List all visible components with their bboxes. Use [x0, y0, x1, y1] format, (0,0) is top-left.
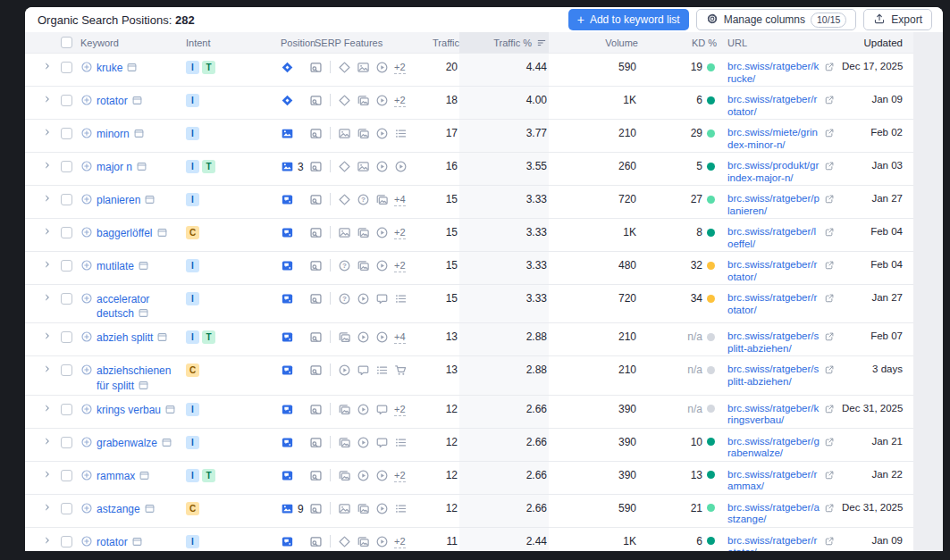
- serp-preview-icon[interactable]: [309, 94, 323, 110]
- add-keyword-icon[interactable]: [80, 364, 93, 379]
- keyword-link[interactable]: abziehschienen für splitt: [97, 364, 186, 394]
- external-link-icon[interactable]: [824, 95, 835, 119]
- serp-snapshot-icon[interactable]: [164, 404, 176, 419]
- url-link[interactable]: brc.swiss/ratgeber/rammax/: [727, 469, 820, 494]
- serp-preview-icon[interactable]: [309, 403, 323, 419]
- serp-preview-icon[interactable]: [309, 502, 323, 518]
- more-features-link[interactable]: +4: [394, 194, 406, 206]
- external-link-icon[interactable]: [824, 260, 835, 284]
- url-link[interactable]: brc.swiss/ratgeber/planieren/: [727, 193, 820, 218]
- keyword-link[interactable]: abzieh splitt: [97, 330, 168, 347]
- add-keyword-icon[interactable]: [80, 330, 93, 346]
- external-link-icon[interactable]: [824, 470, 835, 494]
- more-features-link[interactable]: +2: [394, 470, 406, 482]
- add-keyword-icon[interactable]: [80, 226, 93, 241]
- serp-preview-icon[interactable]: [309, 259, 323, 275]
- more-features-link[interactable]: +2: [394, 62, 406, 74]
- more-features-link[interactable]: +4: [394, 331, 406, 344]
- row-checkbox[interactable]: [61, 503, 72, 514]
- header-traffic-pct[interactable]: Traffic %: [459, 32, 549, 53]
- url-link[interactable]: brc.swiss/ratgeber/krucke/: [727, 61, 820, 86]
- add-keyword-icon[interactable]: [80, 160, 93, 175]
- external-link-icon[interactable]: [824, 128, 835, 152]
- row-checkbox[interactable]: [61, 404, 72, 415]
- more-features-link[interactable]: +2: [394, 536, 406, 548]
- external-link-icon[interactable]: [824, 437, 835, 461]
- scrollbar-gutter[interactable]: [913, 32, 943, 551]
- external-link-icon[interactable]: [824, 404, 835, 428]
- serp-snapshot-icon[interactable]: [136, 161, 147, 176]
- row-checkbox[interactable]: [61, 62, 72, 73]
- add-keyword-icon[interactable]: [80, 436, 93, 451]
- serp-preview-icon[interactable]: [309, 226, 323, 242]
- expand-row-button[interactable]: [34, 186, 61, 218]
- add-keyword-icon[interactable]: [80, 61, 93, 76]
- row-checkbox[interactable]: [61, 128, 72, 139]
- keyword-link[interactable]: grabenwalze: [97, 436, 172, 452]
- more-features-link[interactable]: +2: [394, 227, 406, 239]
- url-link[interactable]: brc.swiss/ratgeber/rotator/: [727, 259, 820, 284]
- expand-row-button[interactable]: [34, 120, 61, 152]
- url-link[interactable]: brc.swiss/ratgeber/grabenwalze/: [727, 436, 820, 461]
- keyword-link[interactable]: astzange: [97, 502, 156, 518]
- serp-preview-icon[interactable]: [309, 364, 323, 380]
- keyword-link[interactable]: rammax: [97, 469, 150, 485]
- url-link[interactable]: brc.swiss/ratgeber/splitt-abziehen/: [727, 330, 820, 355]
- expand-row-button[interactable]: [34, 323, 61, 355]
- add-keyword-icon[interactable]: [80, 502, 93, 517]
- url-link[interactable]: brc.swiss/ratgeber/loeffel/: [727, 226, 820, 251]
- keyword-link[interactable]: planieren: [97, 193, 156, 209]
- external-link-icon[interactable]: [824, 536, 835, 551]
- serp-preview-icon[interactable]: [309, 61, 323, 77]
- external-link-icon[interactable]: [824, 331, 835, 355]
- manage-columns-button[interactable]: Manage columns 10/15: [696, 9, 857, 30]
- export-button[interactable]: Export: [863, 9, 932, 30]
- row-checkbox[interactable]: [61, 364, 72, 376]
- serp-snapshot-icon[interactable]: [139, 470, 150, 485]
- expand-row-button[interactable]: [34, 429, 61, 461]
- row-checkbox[interactable]: [61, 227, 72, 238]
- external-link-icon[interactable]: [824, 293, 835, 322]
- external-link-icon[interactable]: [824, 194, 835, 218]
- more-features-link[interactable]: +2: [394, 260, 406, 272]
- row-checkbox[interactable]: [61, 437, 72, 448]
- add-to-keyword-list-button[interactable]: + Add to keyword list: [568, 9, 689, 30]
- external-link-icon[interactable]: [824, 227, 835, 251]
- serp-snapshot-icon[interactable]: [133, 128, 145, 143]
- expand-row-button[interactable]: [34, 87, 61, 119]
- row-checkbox[interactable]: [61, 536, 72, 547]
- expand-row-button[interactable]: [34, 462, 61, 494]
- url-link[interactable]: brc.swiss/ratgeber/rotator/: [727, 94, 820, 119]
- serp-preview-icon[interactable]: [309, 127, 323, 143]
- serp-snapshot-icon[interactable]: [131, 536, 143, 551]
- row-checkbox[interactable]: [61, 470, 72, 481]
- serp-snapshot-icon[interactable]: [144, 503, 156, 518]
- external-link-icon[interactable]: [824, 503, 835, 527]
- serp-snapshot-icon[interactable]: [156, 227, 168, 242]
- row-checkbox[interactable]: [61, 161, 72, 172]
- more-features-link[interactable]: +2: [394, 95, 406, 107]
- serp-snapshot-icon[interactable]: [161, 437, 172, 452]
- expand-row-button[interactable]: [34, 252, 61, 284]
- url-link[interactable]: brc.swiss/ratgeber/rotator/: [727, 292, 820, 322]
- serp-preview-icon[interactable]: [309, 535, 323, 551]
- add-keyword-icon[interactable]: [80, 292, 93, 307]
- keyword-link[interactable]: rotator: [97, 535, 143, 551]
- url-link[interactable]: brc.swiss/ratgeber/rotator/: [727, 535, 820, 551]
- keyword-link[interactable]: minorn: [97, 127, 145, 143]
- serp-snapshot-icon[interactable]: [138, 260, 149, 275]
- row-checkbox[interactable]: [61, 293, 72, 305]
- select-all-checkbox[interactable]: [61, 37, 72, 48]
- serp-preview-icon[interactable]: [309, 436, 323, 452]
- serp-snapshot-icon[interactable]: [156, 331, 168, 347]
- serp-snapshot-icon[interactable]: [126, 62, 138, 77]
- url-link[interactable]: brc.swiss/ratgeber/kringsverbau/: [727, 403, 820, 428]
- keyword-link[interactable]: baggerlöffel: [97, 226, 168, 242]
- add-keyword-icon[interactable]: [80, 535, 93, 550]
- keyword-link[interactable]: mutilate: [97, 259, 149, 275]
- expand-row-button[interactable]: [34, 153, 61, 185]
- serp-preview-icon[interactable]: [309, 160, 323, 176]
- serp-snapshot-icon[interactable]: [138, 380, 149, 395]
- serp-preview-icon[interactable]: [309, 292, 323, 308]
- keyword-link[interactable]: accelerator deutsch: [97, 292, 186, 322]
